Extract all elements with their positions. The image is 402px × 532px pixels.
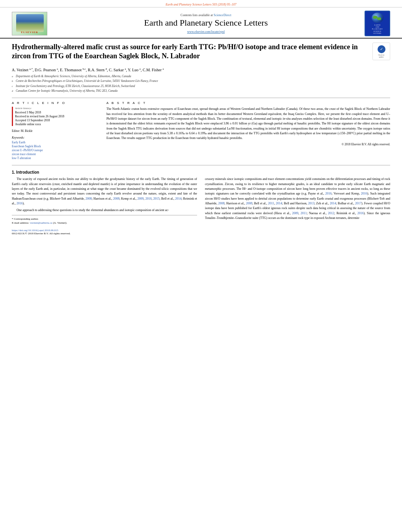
keyword-3: zircon U–Pb/Hf/O isotope: [12, 148, 99, 152]
top-banner: Earth and Planetary Science Letters 503 …: [0, 0, 402, 7]
sciencedirect-link[interactable]: ScienceDirect: [214, 13, 231, 17]
ref-bell2011[interactable]: 2011: [268, 202, 274, 205]
received-date: Received 3 May 2018: [15, 111, 99, 114]
history-label: Article history:: [15, 107, 99, 110]
journal-url-link[interactable]: www.elsevier.com/locate/epsl: [187, 30, 225, 33]
earth-planet-logo: EARTHANDPLANETARYSCIENCELETTERS: [365, 11, 390, 36]
affiliations: a Department of Earth & Atmospheric Scie…: [12, 74, 390, 93]
ref-link-bell2014[interactable]: 2014: [175, 197, 181, 200]
keyword-2: Eoarchean Saglek Block: [12, 145, 99, 148]
article-title: Hydrothermally-altered mafic crust as so…: [12, 43, 367, 61]
author-email-link[interactable]: vezinet@ualberta.ca: [30, 221, 52, 224]
ref-hiess2009[interactable]: 2009: [292, 211, 298, 215]
journal-title: Earth and Planetary Science Letters: [55, 18, 357, 28]
ref-link-kemp2010[interactable]: 2010: [145, 197, 152, 200]
introduction-title: 1. Introduction: [12, 170, 390, 174]
copyright-text: © 2018 Elsevier B.V. All rights reserved…: [106, 143, 390, 146]
intro-col-right: cessory minerals since isotopic composit…: [205, 177, 390, 236]
abstract-text: The North Atlantic craton hosts extensiv…: [106, 107, 390, 141]
check-badge-icon: ✓: [378, 45, 385, 53]
doi-link[interactable]: https://doi.org/10.1016/j.epsl.2018.09.0…: [12, 229, 197, 232]
keywords-section: Keywords: Early Earth Eoarchean Saglek B…: [12, 136, 99, 160]
ref-naeraa2012[interactable]: 2012: [328, 211, 334, 215]
affil-b: b Centre de Recherches Pétrographiques e…: [12, 79, 390, 83]
ref-bell-harrison2013[interactable]: 2013: [308, 202, 315, 205]
elsevier-logo-image: [12, 12, 47, 35]
abstract-header: A B S T R A C T: [106, 101, 390, 105]
body-divider: [12, 165, 390, 165]
introduction-body: The scarcity of exposed ancient rocks li…: [12, 177, 390, 236]
ref-reimink2016b[interactable]: 2016: [357, 211, 364, 215]
intro-col-left: The scarcity of exposed ancient rocks li…: [12, 177, 197, 236]
article-info-abstract: A R T I C L E I N F O Article history: R…: [12, 101, 390, 160]
ref-zeh2014[interactable]: 2014: [330, 202, 336, 205]
corresponding-author-note: * Corresponding author.: [12, 217, 197, 221]
ref-hiess2011[interactable]: 2011: [300, 211, 307, 215]
article-history: Article history: Received 3 May 2018 Rec…: [12, 107, 99, 126]
page: Earth and Planetary Science Letters 503 …: [0, 0, 402, 532]
article-info-col: A R T I C L E I N F O Article history: R…: [12, 101, 99, 160]
article-info-divider: [12, 98, 390, 98]
keyword-4: zircon trace element: [12, 152, 99, 156]
ref-bell2014b[interactable]: 2014: [276, 202, 282, 205]
ref-payne2016[interactable]: 2016: [325, 192, 331, 195]
journal-info-center: Contents lists available at ScienceDirec…: [47, 13, 365, 33]
affil-a: a Department of Earth & Atmospheric Scie…: [12, 74, 390, 78]
earth-globe-icon: [372, 13, 383, 23]
editor: Editor: M. Bickle: [12, 129, 99, 133]
ref-harrison2008b[interactable]: 2008: [246, 202, 252, 205]
revised-date: Received in revised form 26 August 2018: [15, 115, 99, 118]
elsevier-logo: [12, 12, 47, 35]
ref-vervoort2016[interactable]: 2016: [361, 192, 367, 195]
ref-bolhar2017[interactable]: 2017: [355, 202, 361, 205]
keyword-5: low-T alteration: [12, 156, 99, 160]
ref-link-kemp2015[interactable]: 2015: [153, 197, 160, 200]
email-note: E-mail address: vezinet@ualberta.ca (A. …: [12, 221, 197, 225]
article-title-text: Hydrothermally-altered mafic crust as so…: [12, 43, 367, 64]
article-body: Hydrothermally-altered mafic crust as so…: [0, 39, 402, 240]
footnote-section: * Corresponding author. E-mail address: …: [12, 215, 197, 236]
ref-link-reimink2016[interactable]: 2016: [17, 202, 23, 205]
intro-text-left: The scarcity of exposed ancient rocks li…: [12, 177, 197, 213]
contents-available: Contents lists available at ScienceDirec…: [55, 13, 357, 17]
ref-blichert2008[interactable]: 2008: [218, 202, 225, 205]
keyword-1: Early Earth: [12, 141, 99, 144]
journal-url[interactable]: www.elsevier.com/locate/epsl: [55, 30, 357, 33]
article-title-section: Hydrothermally-altered mafic crust as so…: [12, 43, 390, 64]
intro-text-right: cessory minerals since isotopic composit…: [205, 177, 390, 221]
article-info-header: A R T I C L E I N F O: [12, 101, 99, 105]
available-date: Available online xxxx: [15, 122, 99, 126]
journal-citation: Earth and Planetary Science Letters 503 …: [166, 3, 236, 6]
authors-line: A. Vezinet a,*, D.G. Pearson a, E. Thoma…: [12, 67, 390, 72]
affil-d: d Canadian Centre for Isotopic Microanal…: [12, 89, 390, 93]
affil-c: c Institute for Geochemistry and Petrolo…: [12, 84, 390, 88]
keywords-label: Keywords:: [12, 136, 99, 139]
ref-link-2008a[interactable]: 2008: [86, 197, 92, 200]
abstract-col: A B S T R A C T The North Atlantic crato…: [106, 101, 390, 160]
ref-link-harrison2008[interactable]: 2008: [113, 197, 119, 200]
accepted-date: Accepted 13 September 2018: [15, 119, 99, 122]
journal-header: Contents lists available at ScienceDirec…: [0, 7, 402, 39]
check-update-badge: ✓ Check forupdates: [372, 43, 390, 60]
issn-text: 0012-821X/© 2018 Elsevier B.V. All right…: [12, 232, 197, 236]
ref-link-kemp2009[interactable]: 2009: [138, 197, 144, 200]
